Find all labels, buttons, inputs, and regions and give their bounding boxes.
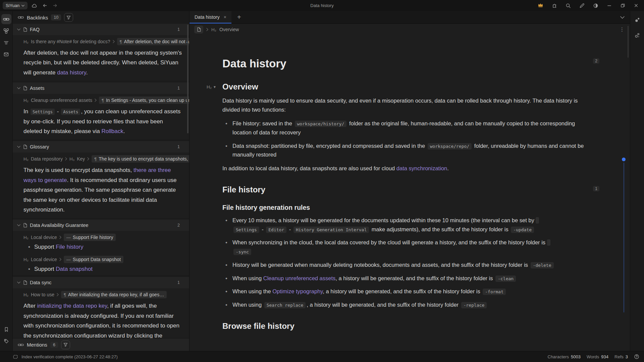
backlink-breadcrumb[interactable]: H₂How to use¶After initializing the data…: [13, 288, 189, 300]
inline-link[interactable]: data synchronization: [396, 165, 447, 171]
app-menu-label: SiYuan: [6, 3, 19, 8]
backlink-section: FAQ1H₂Is there any #Note# for deleting d…: [13, 24, 189, 81]
chevron-right-icon: [59, 236, 61, 239]
backlink-breadcrumb[interactable]: H₂Cleanup unreferenced assets¶In Setting…: [13, 94, 189, 105]
expand-tabs-button[interactable]: [614, 11, 630, 23]
breadcrumb-doc-button[interactable]: [194, 25, 203, 34]
backlink-paragraph[interactable]: In Settings - Assets, you can clean up u…: [13, 105, 189, 139]
sync-cloud-button[interactable]: [31, 2, 38, 9]
breadcrumb-text: Is there any #Note# for deleting docs?: [31, 39, 110, 44]
dock-outline[interactable]: [1, 38, 11, 48]
ref-count-badge[interactable]: 2: [593, 58, 599, 64]
theme-button[interactable]: [592, 2, 599, 9]
tab-bar: Data history × +: [190, 11, 630, 24]
dock-backlinks[interactable]: [1, 14, 11, 24]
back-button[interactable]: [41, 2, 48, 9]
marketplace-button[interactable]: [551, 2, 558, 9]
doc-breadcrumb: H₂ Overview ⋮: [190, 24, 630, 35]
inline-link[interactable]: initializing the data repo key: [37, 303, 107, 309]
breadcrumb-chip[interactable]: ¶After initializing the data repo key, i…: [61, 291, 167, 298]
minimize-button[interactable]: [606, 2, 612, 9]
heading-gutter[interactable]: H₂▼: [207, 84, 216, 89]
backlinks-filter-button[interactable]: [64, 13, 73, 22]
backlink-breadcrumb[interactable]: H₂Data repositoryH₃Key¶The key is used t…: [13, 153, 189, 164]
ref-count-badge[interactable]: 1: [593, 186, 599, 191]
mentions-filter-button[interactable]: [61, 341, 70, 349]
forward-button[interactable]: [52, 2, 59, 9]
help-button[interactable]: [634, 354, 639, 359]
filter-funnel-icon: [66, 15, 71, 20]
backlink-paragraph[interactable]: The key is used to encrypt data snapshot…: [13, 164, 189, 218]
backlink-section-header[interactable]: FAQ1: [13, 24, 189, 35]
more-options-button[interactable]: ⋮: [620, 26, 625, 33]
backlink-breadcrumb[interactable]: H₂Local device—Support Data snapshot: [13, 253, 189, 264]
text-run: , a history will be generated, and the s…: [307, 302, 460, 308]
backlink-section-header[interactable]: Data Availability Guarantee2: [13, 220, 189, 231]
breadcrumb-heading[interactable]: Overview: [219, 27, 239, 32]
inline-link[interactable]: Optimize typography: [272, 288, 323, 294]
text-run: Data snapshot: partitioned by file, encr…: [232, 143, 427, 149]
search-button[interactable]: [565, 2, 572, 9]
backlink-section-header[interactable]: Data sync1: [13, 277, 189, 288]
inline-link[interactable]: Data snapshot: [56, 266, 93, 272]
breadcrumb-chip[interactable]: —Support File history: [64, 234, 116, 241]
backlink-paragraph[interactable]: After initializing the data repo key, if…: [13, 300, 189, 338]
dock-inbox[interactable]: [1, 49, 11, 59]
inline-link[interactable]: Cleanup unreferenced assets: [263, 275, 336, 281]
bullet-list-item[interactable]: Data snapshot: partitioned by file, encr…: [222, 141, 595, 159]
dock-global-graph[interactable]: [632, 30, 642, 40]
dock-bookmark[interactable]: [1, 324, 11, 335]
dock-graph-view[interactable]: [632, 15, 642, 25]
app-menu-button[interactable]: SiYuan: [3, 2, 28, 9]
backlink-breadcrumb[interactable]: H₂Is there any #Note# for deleting docs?…: [13, 35, 189, 47]
bullet-list-item[interactable]: When using Search replace, a history wil…: [222, 300, 595, 309]
search-icon: [566, 3, 571, 8]
inline-link[interactable]: Rollback: [101, 128, 123, 134]
breadcrumb-chip[interactable]: ¶After deletion, the doc will not appear…: [117, 38, 189, 45]
breadcrumb-chip[interactable]: ¶The key is used to encrypt data snapsho…: [92, 155, 189, 163]
backlink-breadcrumb[interactable]: H₂Local device—Support File history: [13, 231, 189, 242]
inline-link[interactable]: File history: [56, 244, 83, 250]
section-doc-title: Glossary: [30, 144, 175, 149]
heading-block[interactable]: Data history2: [222, 57, 595, 70]
panel-scrollbar[interactable]: [187, 24, 189, 133]
bullet-list-item[interactable]: History will be generated when manually …: [222, 260, 595, 269]
section-count: 2: [177, 223, 180, 228]
backlink-list-item[interactable]: Support Data snapshot: [13, 264, 189, 275]
dock-tag[interactable]: [1, 336, 11, 346]
backlink-paragraph[interactable]: After deletion, the doc will not appear …: [13, 47, 189, 81]
backlink-section-header[interactable]: Assets1: [13, 82, 189, 94]
heading-block[interactable]: File history generation rules: [222, 204, 595, 212]
heading-block[interactable]: Browse file history: [222, 321, 595, 331]
backlink-list-item[interactable]: Support File history: [13, 242, 189, 253]
tab-data-history[interactable]: Data history ×: [190, 11, 231, 23]
bullet-list-item[interactable]: When synchronizing in the cloud, the loc…: [222, 238, 595, 256]
restore-button[interactable]: [620, 2, 626, 9]
minimize-icon: [607, 3, 612, 8]
inline-link[interactable]: data history: [57, 69, 86, 76]
edit-mode-button[interactable]: [579, 2, 585, 9]
bullet-list-item[interactable]: Every 10 minutes, a history will be gene…: [222, 216, 595, 234]
kbd-tag: -replace: [461, 302, 487, 308]
new-tab-button[interactable]: +: [231, 11, 247, 23]
backlink-section-header[interactable]: Glossary1: [13, 141, 189, 153]
breadcrumb-chip[interactable]: ¶In Settings - Assets, you can clean up …: [99, 97, 189, 104]
status-message: Index verification complete (2023-06-27 …: [21, 354, 118, 359]
dock-graph[interactable]: [1, 26, 11, 36]
document-icon: [23, 27, 27, 32]
bullet-list-item[interactable]: File history: saved in the workspace/his…: [222, 119, 595, 137]
paragraph-block[interactable]: Data history is mainly used to ensure da…: [222, 96, 595, 114]
tab-close-icon[interactable]: ×: [224, 14, 226, 20]
heading-block[interactable]: File history1: [222, 185, 595, 194]
section-doc-title: FAQ: [30, 27, 175, 32]
heading-block[interactable]: OverviewH₂▼: [222, 82, 595, 92]
membership-button[interactable]: [537, 2, 544, 9]
mentions-bar[interactable]: Mentions 6: [13, 338, 189, 351]
close-window-button[interactable]: [633, 2, 639, 9]
bullet-list-item[interactable]: When using the Optimize typography, a hi…: [222, 287, 595, 296]
scroll-position-dot[interactable]: [622, 158, 626, 161]
breadcrumb-chip[interactable]: —Support Data snapshot: [64, 256, 123, 263]
editor-scrollbar[interactable]: [628, 26, 629, 58]
bullet-list-item[interactable]: When using Cleanup unreferenced assets, …: [222, 274, 595, 283]
paragraph-block[interactable]: In addition to local data history, data …: [222, 164, 595, 173]
